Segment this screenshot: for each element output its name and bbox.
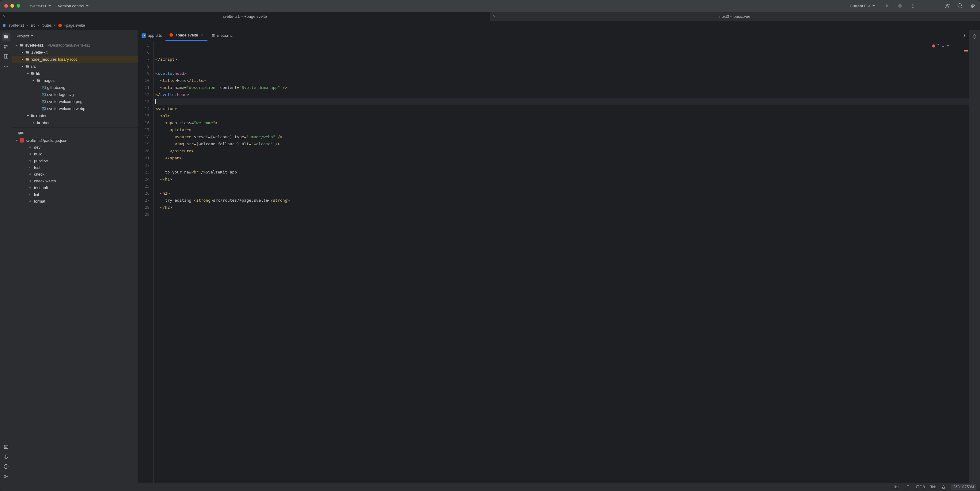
settings-icon[interactable]	[970, 3, 976, 9]
npm-script-row[interactable]: lint	[12, 191, 138, 198]
editor-tab[interactable]: +page.svelte×	[165, 30, 207, 41]
terminal-tool-button[interactable]	[2, 443, 10, 451]
tree-row[interactable]: github.svg	[12, 84, 138, 91]
tree-row[interactable]: lib	[12, 70, 138, 77]
indent-setting[interactable]: Tab	[931, 485, 936, 489]
tree-row[interactable]: svelte-welcome.png	[12, 98, 138, 105]
line-separator[interactable]: LF	[905, 485, 909, 489]
vcs-dropdown[interactable]: Version control	[56, 3, 91, 9]
project-tool-button[interactable]	[2, 32, 10, 41]
info-tool-button[interactable]	[2, 462, 10, 471]
memory-indicator[interactable]: 368 of 750M	[951, 484, 976, 490]
tree-expand-icon[interactable]	[26, 72, 29, 75]
code-editor[interactable]: 5678910111213141516171819202122232425262…	[138, 41, 969, 483]
chevron-down-icon	[872, 4, 875, 7]
tree-row[interactable]: src	[12, 63, 138, 70]
tree-label: svelte-welcome.png	[47, 99, 83, 104]
tree-expand-icon[interactable]	[21, 58, 24, 61]
tree-row[interactable]: images	[12, 77, 138, 84]
npm-panel-title: npm	[12, 128, 138, 137]
project-tree[interactable]: svelte-ts1~/Desktop/test/svelte-ts1.svel…	[12, 42, 138, 128]
npm-package-row[interactable]: svelte-ts1/package.json	[12, 137, 138, 144]
tree-label: svelte-welcome.webp	[47, 106, 85, 111]
error-scroll-marker[interactable]	[964, 50, 968, 51]
close-window-button[interactable]	[4, 4, 8, 8]
tree-row[interactable]: node_moduleslibrary root	[12, 56, 138, 63]
tree-row[interactable]: svelte-logo.svg	[12, 91, 138, 98]
line-number-gutter: 5678910111213141516171819202122232425262…	[138, 41, 153, 483]
project-tab[interactable]: ×svelte-ts1 – +page.svelte	[0, 12, 490, 21]
search-icon[interactable]	[957, 3, 963, 9]
more-vertical-icon[interactable]	[910, 3, 916, 9]
chevron-down-icon	[31, 34, 34, 37]
notifications-button[interactable]	[970, 32, 979, 42]
chevron-down-icon[interactable]	[946, 45, 949, 48]
collab-icon[interactable]	[945, 3, 950, 9]
svelte-file-icon	[58, 23, 62, 27]
script-bullet-icon	[29, 194, 31, 195]
code-content[interactable]: </script> <svelte:head> <title>Home</tit…	[153, 41, 969, 483]
vcs-label: Version control	[58, 4, 84, 8]
tree-row[interactable]: about	[12, 119, 138, 126]
tree-label: lib	[36, 71, 40, 76]
structure-tool-button[interactable]	[2, 42, 10, 51]
tree-expand-icon[interactable]	[15, 44, 18, 47]
svg-point-21	[964, 37, 965, 37]
tree-expand-icon[interactable]	[21, 51, 24, 54]
npm-script-row[interactable]: dev	[12, 144, 138, 150]
breadcrumb-file[interactable]: +page.svelte	[64, 23, 85, 27]
chevron-up-icon[interactable]	[942, 45, 945, 48]
npm-script-row[interactable]: check:watch	[12, 177, 138, 184]
tree-expand-icon[interactable]	[32, 121, 35, 124]
editor-tab[interactable]: TSapp.d.ts	[138, 30, 165, 41]
project-dropdown[interactable]: svelte-ts1	[27, 3, 53, 9]
close-tab-icon[interactable]: ×	[201, 32, 204, 37]
svg-point-9	[4, 464, 8, 469]
run-config-dropdown[interactable]: Current File	[848, 3, 877, 9]
minimize-window-button[interactable]	[10, 4, 14, 8]
npm-script-label: preview	[34, 158, 48, 163]
vcs-tool-button[interactable]	[2, 472, 10, 481]
debug-icon[interactable]	[897, 3, 903, 9]
editor-tabs-more-button[interactable]	[960, 33, 969, 38]
npm-script-row[interactable]: build	[12, 150, 138, 157]
npm-script-row[interactable]: format	[12, 198, 138, 204]
editor-tab[interactable]: meta.rnc	[207, 30, 237, 41]
project-panel-header[interactable]: Project	[12, 30, 138, 42]
problems-tool-button[interactable]	[2, 453, 10, 461]
file-encoding[interactable]: UTF-8	[915, 485, 925, 489]
tree-row[interactable]: svelte-welcome.webp	[12, 105, 138, 112]
tree-label: svelte-logo.svg	[47, 92, 74, 97]
npm-script-row[interactable]: test:unit	[12, 184, 138, 191]
npm-script-row[interactable]: preview	[12, 157, 138, 164]
breadcrumb-segment[interactable]: src	[30, 23, 35, 27]
npm-script-row[interactable]: test	[12, 164, 138, 171]
tree-row[interactable]: svelte-ts1~/Desktop/test/svelte-ts1	[12, 42, 138, 49]
chevron-right-icon	[26, 24, 29, 27]
tree-row[interactable]: routes	[12, 112, 138, 119]
editor-tab-label: meta.rnc	[217, 33, 233, 38]
inspection-widget[interactable]: 2	[932, 43, 949, 48]
run-icon[interactable]	[885, 3, 890, 9]
caret-position[interactable]: 13:1	[892, 485, 899, 489]
close-tab-icon[interactable]: ×	[493, 14, 495, 19]
tree-expand-icon[interactable]	[26, 114, 29, 117]
editor-area: TSapp.d.ts+page.svelte×meta.rnc 56789101…	[138, 30, 969, 483]
readonly-lock-icon[interactable]	[942, 485, 945, 489]
project-tab[interactable]: ×nuxt3 – basic.vue	[490, 12, 980, 21]
tree-row[interactable]: .svelte-kit	[12, 49, 138, 56]
script-bullet-icon	[29, 174, 31, 175]
breadcrumb-segment[interactable]: svelte-ts1	[9, 23, 24, 27]
close-tab-icon[interactable]: ×	[3, 14, 5, 19]
npm-script-row[interactable]: check	[12, 171, 138, 177]
maximize-window-button[interactable]	[16, 4, 20, 8]
script-bullet-icon	[29, 180, 31, 182]
tree-expand-icon[interactable]	[32, 79, 35, 82]
svg-point-0	[913, 4, 913, 5]
npm-tool-button[interactable]	[2, 52, 10, 61]
tree-expand-icon[interactable]	[21, 65, 24, 68]
script-bullet-icon	[29, 201, 31, 202]
more-tools-button[interactable]	[2, 62, 10, 70]
breadcrumb-segment[interactable]: routes	[41, 23, 51, 27]
status-bar: 13:1 LF UTF-8 Tab 368 of 750M	[0, 483, 980, 491]
